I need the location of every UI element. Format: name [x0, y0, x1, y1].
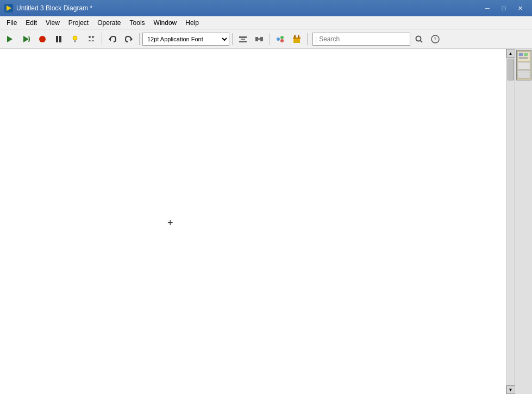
- svg-rect-17: [255, 37, 258, 41]
- svg-rect-24: [294, 35, 296, 38]
- svg-point-20: [277, 37, 280, 41]
- abort-button[interactable]: [35, 32, 50, 47]
- help-button[interactable]: ?: [428, 32, 443, 47]
- tools-icon: [292, 34, 302, 44]
- svg-rect-15: [241, 39, 245, 40]
- menu-view[interactable]: View: [41, 16, 64, 29]
- menu-help[interactable]: Help: [181, 16, 203, 29]
- menu-bar: File Edit View Project Operate Tools Win…: [0, 16, 532, 29]
- align-button[interactable]: [235, 32, 251, 47]
- panel-thumbnail[interactable]: [516, 50, 531, 80]
- run-continuous-icon: [22, 35, 30, 43]
- svg-rect-9: [74, 41, 76, 42]
- stepover-button[interactable]: [84, 32, 99, 47]
- canvas-area[interactable]: +: [0, 49, 506, 394]
- app-icon: [4, 4, 13, 12]
- stepover-icon: [87, 35, 96, 43]
- svg-rect-19: [258, 38, 260, 40]
- svg-rect-18: [260, 37, 263, 41]
- search-button[interactable]: [411, 32, 427, 47]
- svg-point-27: [416, 36, 421, 41]
- svg-rect-35: [518, 53, 522, 57]
- svg-rect-34: [517, 70, 529, 78]
- window-controls: ─ □ ✕: [480, 3, 528, 14]
- svg-point-4: [39, 36, 46, 42]
- menu-operate[interactable]: Operate: [93, 16, 125, 29]
- scroll-up-button[interactable]: ▲: [506, 49, 515, 58]
- maximize-button[interactable]: □: [496, 3, 511, 14]
- menu-file[interactable]: File: [2, 16, 21, 29]
- svg-rect-25: [298, 35, 299, 38]
- undo-button[interactable]: [105, 32, 120, 47]
- svg-rect-36: [524, 53, 528, 57]
- search-separator-line: |: [315, 35, 317, 43]
- minimize-button[interactable]: ─: [480, 3, 495, 14]
- v-scroll-track: [507, 58, 515, 385]
- pause-icon: [54, 35, 63, 43]
- svg-marker-3: [23, 36, 29, 42]
- svg-point-21: [280, 36, 284, 39]
- run-icon: [5, 35, 14, 43]
- svg-rect-37: [518, 57, 528, 59]
- align-icon: [238, 34, 248, 44]
- highlight-button[interactable]: [67, 32, 83, 47]
- menu-edit[interactable]: Edit: [21, 16, 41, 29]
- search-icon: [415, 35, 423, 43]
- svg-marker-2: [7, 36, 12, 42]
- menu-project[interactable]: Project: [64, 16, 93, 29]
- svg-rect-33: [517, 62, 529, 69]
- redo-icon: [124, 35, 133, 43]
- tools-button[interactable]: [289, 32, 304, 47]
- search-input[interactable]: [319, 35, 373, 43]
- distribute-icon: [254, 34, 264, 44]
- svg-line-28: [421, 40, 423, 42]
- separator-4: [270, 33, 270, 45]
- separator-1: [102, 33, 102, 45]
- vertical-scrollbar: ▲ ▼: [506, 49, 515, 394]
- title-left: Untitled 3 Block Diagram *: [4, 4, 92, 12]
- font-selector[interactable]: 12pt Application Font: [142, 33, 229, 46]
- pause-button[interactable]: [51, 32, 66, 47]
- svg-point-7: [73, 36, 77, 40]
- right-panel: [515, 49, 532, 394]
- help-icon: ?: [431, 35, 440, 43]
- redo-button[interactable]: [121, 32, 136, 47]
- svg-marker-13: [130, 37, 133, 41]
- svg-rect-5: [56, 36, 58, 42]
- cursor-crosshair: +: [167, 217, 173, 229]
- reorder-button[interactable]: [273, 32, 288, 47]
- separator-5: [307, 33, 308, 45]
- svg-marker-12: [109, 37, 111, 41]
- svg-text:?: ?: [434, 36, 437, 42]
- run-continuous-button[interactable]: [18, 32, 34, 47]
- v-scroll-thumb[interactable]: [508, 59, 514, 80]
- menu-tools[interactable]: Tools: [126, 16, 149, 29]
- svg-point-11: [92, 36, 94, 38]
- menu-window[interactable]: Window: [149, 16, 181, 29]
- svg-rect-6: [59, 36, 61, 42]
- scroll-down-button[interactable]: ▼: [506, 385, 515, 394]
- svg-rect-26: [293, 39, 300, 43]
- abort-icon: [38, 35, 47, 43]
- search-box-area: |: [312, 33, 410, 46]
- toolbar: 12pt Application Font: [0, 29, 532, 49]
- svg-point-22: [280, 39, 284, 42]
- separator-2: [139, 33, 140, 45]
- svg-rect-8: [74, 40, 76, 41]
- separator-3: [232, 33, 233, 45]
- title-bar: Untitled 3 Block Diagram * ─ □ ✕: [0, 0, 532, 16]
- undo-icon: [108, 35, 117, 43]
- title-text: Untitled 3 Block Diagram *: [16, 4, 92, 12]
- svg-rect-16: [239, 41, 247, 42]
- close-button[interactable]: ✕: [512, 3, 528, 14]
- reorder-icon: [276, 34, 285, 44]
- main-content: + ▲ ▼: [0, 49, 532, 394]
- distribute-button[interactable]: [252, 32, 267, 47]
- highlight-icon: [71, 35, 79, 43]
- run-button[interactable]: [2, 32, 17, 47]
- svg-point-10: [89, 36, 91, 38]
- svg-rect-14: [239, 36, 247, 38]
